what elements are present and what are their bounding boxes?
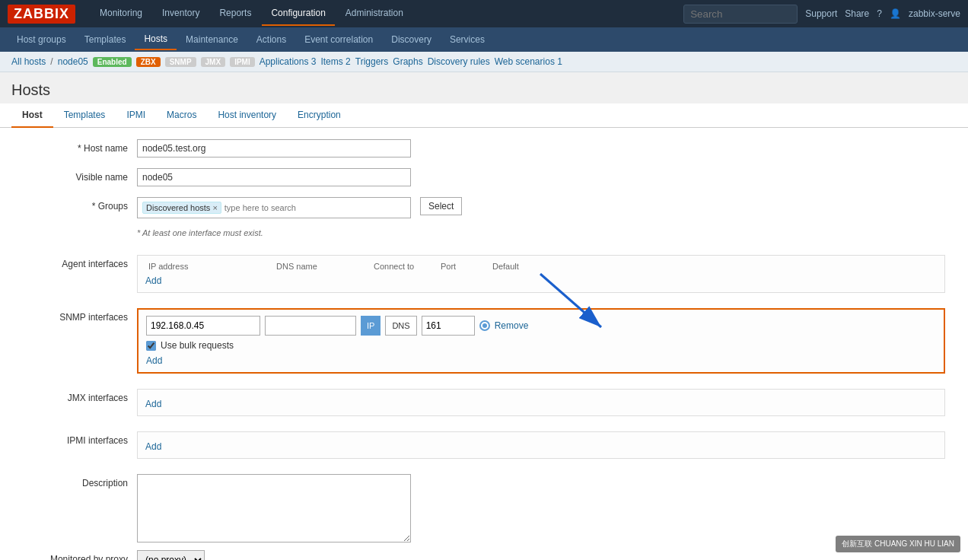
- sec-nav-host-groups[interactable]: Host groups: [8, 30, 75, 49]
- jmx-interfaces-section: JMX interfaces Add: [15, 389, 953, 424]
- description-label: Description: [15, 474, 137, 488]
- agent-interfaces-box: IP address DNS name Connect to Port Defa…: [137, 255, 945, 293]
- groups-row: * Groups Discovered hosts × Select: [15, 197, 953, 218]
- top-nav-items: Monitoring Inventory Reports Configurati…: [91, 2, 683, 26]
- jmx-interfaces-label: JMX interfaces: [15, 389, 137, 403]
- sec-nav-hosts[interactable]: Hosts: [135, 29, 177, 50]
- secondary-navigation: Host groups Templates Hosts Maintenance …: [0, 27, 968, 52]
- jmx-add-link[interactable]: Add: [145, 399, 937, 409]
- logo: ZABBIX: [8, 5, 75, 24]
- breadcrumb: All hosts / node05 Enabled ZBX SNMP JMX …: [0, 52, 968, 72]
- nav-configuration[interactable]: Configuration: [262, 2, 334, 26]
- top-navigation: ZABBIX Monitoring Inventory Reports Conf…: [0, 0, 968, 27]
- warning-text: * At least one interface must exist.: [137, 226, 263, 237]
- nav-administration[interactable]: Administration: [336, 2, 412, 26]
- agent-interface-headers: IP address DNS name Connect to Port Defa…: [145, 262, 937, 271]
- breadcrumb-node[interactable]: node05: [58, 56, 88, 67]
- groups-field[interactable]: Discovered hosts ×: [137, 197, 411, 218]
- search-input[interactable]: [683, 5, 798, 24]
- snmp-interface-row: IP DNS Remove: [146, 316, 936, 336]
- agent-add-link[interactable]: Add: [145, 275, 937, 286]
- snmp-ip-input[interactable]: [146, 316, 260, 336]
- sec-nav-actions[interactable]: Actions: [247, 30, 295, 49]
- ipmi-interfaces-label: IPMI interfaces: [15, 431, 137, 446]
- snmp-bulk-row: Use bulk requests: [146, 340, 936, 351]
- col-connect-header: Connect to: [374, 262, 435, 271]
- tab-encryption[interactable]: Encryption: [287, 103, 352, 128]
- sec-nav-templates[interactable]: Templates: [75, 30, 135, 49]
- agent-interfaces-section: Agent interfaces IP address DNS name Con…: [15, 255, 953, 301]
- groups-search-input[interactable]: [224, 203, 330, 212]
- group-tag-remove[interactable]: ×: [212, 203, 217, 212]
- host-name-input[interactable]: [137, 139, 411, 158]
- ipmi-add-link[interactable]: Add: [145, 441, 937, 452]
- snmp-bulk-label: Use bulk requests: [161, 340, 234, 351]
- proxy-label: Monitored by proxy: [15, 550, 137, 560]
- snmp-btn-ip[interactable]: IP: [361, 316, 381, 336]
- badge-ipmi[interactable]: IPMI: [230, 57, 255, 67]
- visible-name-input[interactable]: [137, 168, 411, 186]
- col-default-header: Default: [492, 262, 538, 271]
- snmp-interfaces-box: IP DNS Remove Use bulk requests Add: [137, 308, 945, 374]
- description-textarea[interactable]: [137, 474, 411, 542]
- snmp-interfaces-section: SNMP interfaces IP DNS Remove Use bulk r…: [15, 308, 953, 381]
- snmp-remove-link[interactable]: Remove: [495, 320, 529, 331]
- snmp-add-link[interactable]: Add: [146, 355, 936, 366]
- visible-name-row: Visible name: [15, 168, 953, 189]
- share-link[interactable]: Share: [845, 8, 869, 19]
- breadcrumb-items[interactable]: Items 2: [320, 56, 350, 67]
- breadcrumb-web-scenarios[interactable]: Web scenarios 1: [495, 56, 562, 67]
- tab-host[interactable]: Host: [11, 103, 53, 128]
- badge-zbx[interactable]: ZBX: [136, 57, 161, 67]
- groups-select-button[interactable]: Select: [420, 197, 462, 215]
- top-nav-right: Support Share ? 👤 zabbix-serve: [683, 5, 960, 24]
- user-icon[interactable]: 👤: [890, 8, 901, 19]
- support-link[interactable]: Support: [805, 8, 837, 19]
- snmp-port-input[interactable]: [422, 316, 475, 336]
- tab-macros[interactable]: Macros: [156, 103, 207, 128]
- ipmi-interfaces-box: Add: [137, 431, 945, 459]
- snmp-bulk-checkbox[interactable]: [146, 341, 156, 351]
- watermark: 创新互联 CHUANG XIN HU LIAN: [836, 536, 960, 552]
- host-name-row: * Host name: [15, 139, 953, 161]
- badge-enabled: Enabled: [93, 57, 132, 67]
- tab-ipmi[interactable]: IPMI: [116, 103, 156, 128]
- sec-nav-discovery[interactable]: Discovery: [382, 30, 441, 49]
- description-row: Description: [15, 474, 953, 542]
- col-ip-header: IP address: [148, 262, 270, 271]
- snmp-default-radio[interactable]: [479, 320, 490, 331]
- groups-label: * Groups: [15, 197, 137, 212]
- ipmi-interfaces-section: IPMI interfaces Add: [15, 431, 953, 466]
- jmx-interfaces-box: Add: [137, 389, 945, 416]
- snmp-interfaces-label: SNMP interfaces: [15, 308, 137, 323]
- col-port-header: Port: [441, 262, 486, 271]
- nav-reports[interactable]: Reports: [210, 2, 260, 26]
- group-tag-discovered: Discovered hosts ×: [142, 202, 221, 214]
- host-name-label: * Host name: [15, 139, 137, 154]
- breadcrumb-all-hosts[interactable]: All hosts: [11, 56, 46, 67]
- sec-nav-maintenance[interactable]: Maintenance: [177, 30, 247, 49]
- proxy-select[interactable]: (no proxy): [137, 550, 205, 560]
- breadcrumb-graphs[interactable]: Graphs: [393, 56, 422, 67]
- help-link[interactable]: ?: [877, 8, 882, 19]
- tab-host-inventory[interactable]: Host inventory: [207, 103, 287, 128]
- sec-nav-services[interactable]: Services: [441, 30, 494, 49]
- server-name: zabbix-serve: [909, 8, 960, 19]
- snmp-dns-input[interactable]: [265, 316, 356, 336]
- tab-templates[interactable]: Templates: [53, 103, 116, 128]
- col-dns-header: DNS name: [276, 262, 368, 271]
- breadcrumb-discovery-rules[interactable]: Discovery rules: [428, 56, 490, 67]
- badge-snmp[interactable]: SNMP: [165, 57, 196, 67]
- warning-row: * At least one interface must exist.: [15, 226, 953, 247]
- nav-monitoring[interactable]: Monitoring: [91, 2, 151, 26]
- breadcrumb-triggers[interactable]: Triggers: [355, 56, 389, 67]
- snmp-btn-dns[interactable]: DNS: [385, 316, 416, 336]
- visible-name-label: Visible name: [15, 168, 137, 183]
- form-container: * Host name Visible name * Groups Discov…: [0, 128, 968, 560]
- nav-inventory[interactable]: Inventory: [153, 2, 209, 26]
- breadcrumb-applications[interactable]: Applications 3: [260, 56, 317, 67]
- sec-nav-event-correlation[interactable]: Event correlation: [295, 30, 382, 49]
- proxy-row: Monitored by proxy (no proxy): [15, 550, 953, 560]
- page-title: Hosts: [0, 72, 968, 103]
- badge-jmx[interactable]: JMX: [201, 57, 226, 67]
